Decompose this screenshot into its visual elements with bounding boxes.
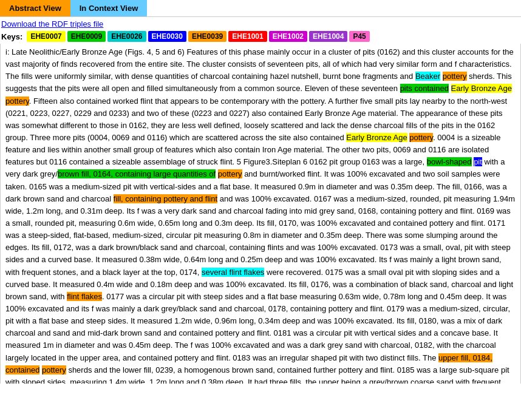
download-rdf-link[interactable]: Download the RDF triples file <box>1 19 520 29</box>
tab-bar: Abstract View In Context View <box>0 0 521 17</box>
key-ehe0039: EHE0039 <box>188 31 226 42</box>
key-ehe0026: EHE0026 <box>107 31 146 42</box>
key-ehe1002: EHE1002 <box>269 31 307 42</box>
key-ehe1001: EHE1001 <box>228 31 267 42</box>
content-paragraph: i: Late Neolithic/Early Bronze Age (Figs… <box>5 46 516 384</box>
key-ehe0009: EHE0009 <box>67 31 106 42</box>
tab-in-context-view[interactable]: In Context View <box>70 0 148 16</box>
keys-row: Keys: EHE0007 EHE0009 EHE0026 EHE0030 EH… <box>1 31 520 42</box>
tab-abstract-view[interactable]: Abstract View <box>0 0 70 16</box>
key-ehe0007: EHE0007 <box>27 31 65 42</box>
content-area[interactable]: i: Late Neolithic/Early Bronze Age (Figs… <box>0 44 521 384</box>
key-ehe0030: EHE0030 <box>148 31 186 42</box>
key-p45: P45 <box>349 31 369 42</box>
keys-label: Keys: <box>1 32 22 41</box>
key-ehe1004: EHE1004 <box>309 31 347 42</box>
